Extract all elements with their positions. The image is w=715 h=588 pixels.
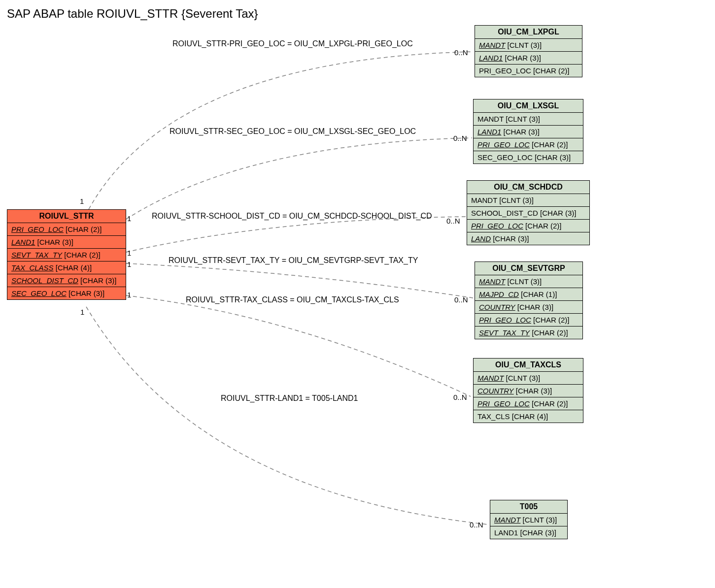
field-row: SCHOOL_DIST_CD [CHAR (3)] bbox=[7, 274, 126, 287]
entity-oiu-cm-sevtgrp: OIU_CM_SEVTGRP MANDT [CLNT (3)] MAJPD_CD… bbox=[475, 261, 583, 339]
field-row: SEC_GEO_LOC [CHAR (3)] bbox=[474, 151, 583, 163]
page-title: SAP ABAP table ROIUVL_STTR {Severent Tax… bbox=[7, 7, 258, 21]
relation-label: ROIUVL_STTR-SCHOOL_DIST_CD = OIU_CM_SCHD… bbox=[152, 212, 432, 221]
relation-label: ROIUVL_STTR-SEC_GEO_LOC = OIU_CM_LXSGL-S… bbox=[170, 127, 416, 136]
field-row: MANDT [CLNT (3)] bbox=[467, 194, 589, 207]
field-row: LAND1 [CHAR (3)] bbox=[7, 236, 126, 249]
field-row: MAJPD_CD [CHAR (1)] bbox=[475, 288, 582, 301]
field-row: SEVT_TAX_TY [CHAR (2)] bbox=[475, 327, 582, 339]
field-row: PRI_GEO_LOC [CHAR (2)] bbox=[474, 138, 583, 151]
entity-header: OIU_CM_TAXCLS bbox=[474, 359, 583, 372]
field-row: MANDT [CLNT (3)] bbox=[474, 113, 583, 126]
field-row: PRI_GEO_LOC [CHAR (2)] bbox=[474, 397, 583, 410]
field-row: PRI_GEO_LOC [CHAR (2)] bbox=[475, 314, 582, 327]
field-row: SEC_GEO_LOC [CHAR (3)] bbox=[7, 287, 126, 299]
field-row: COUNTRY [CHAR (3)] bbox=[474, 385, 583, 397]
cardinality-right: 0..N bbox=[470, 521, 483, 529]
entity-header: OIU_CM_LXPGL bbox=[475, 26, 582, 39]
field-row: LAND [CHAR (3)] bbox=[467, 232, 589, 245]
field-row: PRI_GEO_LOC [CHAR (2)] bbox=[7, 223, 126, 236]
entity-t005: T005 MANDT [CLNT (3)] LAND1 [CHAR (3)] bbox=[490, 500, 568, 539]
field-row: LAND1 [CHAR (3)] bbox=[490, 526, 567, 539]
cardinality-left: 1 bbox=[127, 260, 131, 268]
field-row: MANDT [CLNT (3)] bbox=[474, 372, 583, 385]
entity-oiu-cm-taxcls: OIU_CM_TAXCLS MANDT [CLNT (3)] COUNTRY [… bbox=[473, 358, 583, 423]
cardinality-right: 0..N bbox=[454, 48, 468, 57]
field-row: MANDT [CLNT (3)] bbox=[475, 39, 582, 52]
field-row: TAX_CLS [CHAR (4)] bbox=[474, 410, 583, 423]
field-row: SEVT_TAX_TY [CHAR (2)] bbox=[7, 249, 126, 261]
cardinality-right: 0..N bbox=[453, 393, 467, 401]
cardinality-left: 1 bbox=[127, 291, 131, 299]
entity-header: T005 bbox=[490, 500, 567, 514]
relation-label: ROIUVL_STTR-SEVT_TAX_TY = OIU_CM_SEVTGRP… bbox=[169, 256, 418, 265]
field-row: LAND1 [CHAR (3)] bbox=[475, 52, 582, 65]
entity-header: ROIUVL_STTR bbox=[7, 210, 126, 223]
field-row: SCHOOL_DIST_CD [CHAR (3)] bbox=[467, 207, 589, 220]
field-row: LAND1 [CHAR (3)] bbox=[474, 126, 583, 138]
cardinality-right: 0..N bbox=[446, 217, 460, 225]
entity-roiuvl-sttr: ROIUVL_STTR PRI_GEO_LOC [CHAR (2)] LAND1… bbox=[7, 209, 126, 300]
field-row: TAX_CLASS [CHAR (4)] bbox=[7, 261, 126, 274]
relation-label: ROIUVL_STTR-PRI_GEO_LOC = OIU_CM_LXPGL-P… bbox=[172, 39, 413, 48]
cardinality-right: 0..N bbox=[454, 295, 468, 304]
cardinality-left: 1 bbox=[127, 214, 131, 223]
relation-label: ROIUVL_STTR-LAND1 = T005-LAND1 bbox=[221, 394, 358, 403]
field-row: MANDT [CLNT (3)] bbox=[475, 275, 582, 288]
field-row: MANDT [CLNT (3)] bbox=[490, 514, 567, 526]
entity-header: OIU_CM_SEVTGRP bbox=[475, 262, 582, 275]
entity-header: OIU_CM_LXSGL bbox=[474, 99, 583, 113]
cardinality-left: 1 bbox=[80, 197, 84, 205]
entity-oiu-cm-lxpgl: OIU_CM_LXPGL MANDT [CLNT (3)] LAND1 [CHA… bbox=[475, 25, 582, 77]
field-row: COUNTRY [CHAR (3)] bbox=[475, 301, 582, 314]
entity-header: OIU_CM_SCHDCD bbox=[467, 181, 589, 194]
entity-oiu-cm-lxsgl: OIU_CM_LXSGL MANDT [CLNT (3)] LAND1 [CHA… bbox=[473, 99, 583, 164]
field-row: PRI_GEO_LOC [CHAR (2)] bbox=[475, 65, 582, 77]
cardinality-right: 0..N bbox=[453, 134, 467, 142]
relation-label: ROIUVL_STTR-TAX_CLASS = OIU_CM_TAXCLS-TA… bbox=[186, 295, 399, 304]
cardinality-left: 1 bbox=[127, 249, 131, 257]
field-row: PRI_GEO_LOC [CHAR (2)] bbox=[467, 220, 589, 232]
cardinality-left: 1 bbox=[80, 308, 84, 316]
entity-oiu-cm-schdcd: OIU_CM_SCHDCD MANDT [CLNT (3)] SCHOOL_DI… bbox=[467, 180, 590, 245]
